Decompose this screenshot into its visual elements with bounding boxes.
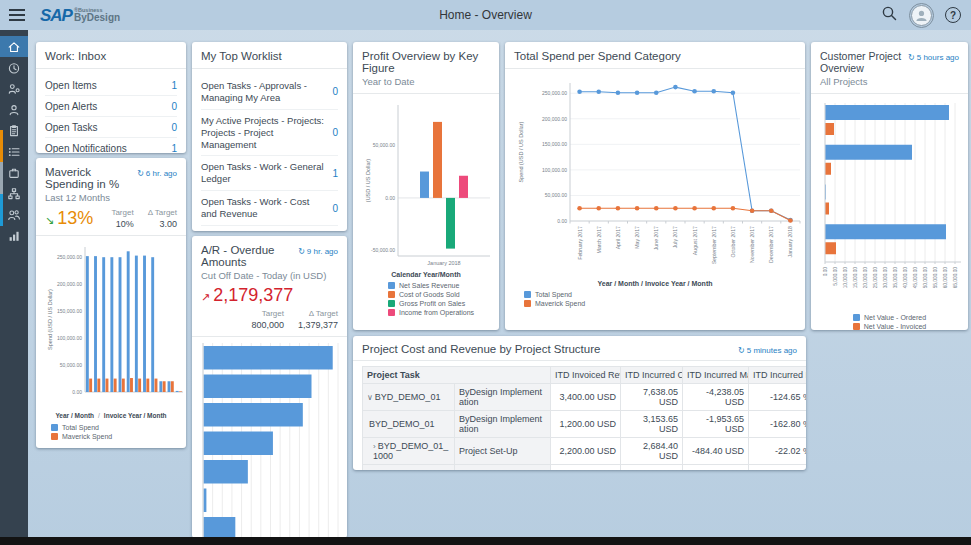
inbox-item[interactable]: Open Notifications1: [45, 138, 177, 153]
sidebar-item-clipboard[interactable]: [0, 120, 28, 141]
worklist-item[interactable]: Open Tasks - Approvals - Managing My Are…: [201, 75, 338, 110]
menu-icon[interactable]: [2, 0, 32, 30]
svg-text:35,000.00: 35,000.00: [893, 267, 898, 289]
col-header-measure[interactable]: ITD Invoiced Revenue: [551, 367, 621, 384]
col-header-measure[interactable]: ITD Incurred Margin %: [749, 367, 806, 384]
item-label: Open Items: [45, 80, 97, 91]
svg-text:15,000.00: 15,000.00: [853, 267, 858, 289]
svg-text:March 2017: March 2017: [596, 226, 602, 254]
x-axis-label: Year / Month/Invoice Year / Month: [45, 412, 177, 420]
svg-text:55,000.00: 55,000.00: [933, 267, 938, 289]
expander-icon[interactable]: ›: [373, 469, 376, 470]
home-icon: [7, 40, 21, 54]
project-table: Project TaskITD Invoiced RevenueITD Incu…: [362, 366, 806, 470]
card-customer-project-overview: Customer Project Overview 5 hours ago Al…: [811, 42, 968, 330]
trend-up-icon: ↗: [201, 291, 210, 304]
sidebar-item-org-chart[interactable]: [0, 183, 28, 204]
expander-icon[interactable]: ›: [373, 442, 376, 451]
refresh-indicator[interactable]: 6 hr. ago: [137, 169, 177, 178]
inbox-item[interactable]: Open Items1: [45, 75, 177, 96]
table-row[interactable]: ∨BYD_DEMO_01ByDesign Implementation3,400…: [363, 384, 807, 411]
worklist-item[interactable]: My Active Projects - Projects: Projects …: [201, 110, 338, 157]
help-icon[interactable]: ?: [945, 7, 961, 23]
sidebar-item-briefcase[interactable]: [0, 162, 28, 183]
svg-text:May 2017: May 2017: [634, 226, 640, 249]
svg-text:0.00: 0.00: [385, 195, 395, 201]
col-header-measure[interactable]: ITD Incurred Margin: [683, 367, 749, 384]
item-count: 0: [171, 101, 177, 112]
card-title[interactable]: My Top Worklist: [201, 50, 282, 62]
sidebar-item-analytics[interactable]: [0, 225, 28, 246]
svg-text:25,000.00: 25,000.00: [873, 267, 878, 289]
page-title: Home - Overview: [439, 8, 532, 22]
svg-text:December 2017: December 2017: [768, 226, 774, 263]
cell-incurred-margin: -1,953.65 USD: [683, 411, 749, 438]
svg-text:60,000.00: 60,000.00: [943, 267, 948, 289]
cell-description: Project Set-Up: [455, 438, 551, 465]
cell-incurred-margin-pct: -22.02 %: [749, 438, 806, 465]
delta-target-label: Δ Target: [148, 208, 177, 217]
item-label: Open Notifications: [45, 143, 127, 154]
sidebar-nav: [0, 30, 28, 537]
sidebar-item-worklist[interactable]: [0, 141, 28, 162]
inbox-item[interactable]: Open Tasks0: [45, 117, 177, 138]
card-title[interactable]: Maverick Spending in %: [45, 166, 137, 190]
card-title[interactable]: Project Cost and Revenue by Project Stru…: [362, 343, 600, 355]
history-icon: [7, 61, 21, 75]
table-row[interactable]: ›BYD_DEMO_01_3000Realization1,800.00 USD…: [363, 465, 807, 471]
chart-legend: Net Value - OrderedNet Value - Invoiced: [820, 314, 959, 330]
svg-text:20,000.00: 20,000.00: [863, 267, 868, 289]
cell-project-task: ›BYD_DEMO_01_1000: [363, 438, 455, 465]
card-title[interactable]: Profit Overview by Key Figure: [362, 50, 490, 74]
svg-text:0.00: 0.00: [72, 389, 82, 395]
nav-section-indicator-gray: [0, 162, 3, 194]
card-title[interactable]: Customer Project Overview: [820, 50, 908, 74]
svg-text:-50,000.00: -50,000.00: [371, 247, 395, 253]
table-row[interactable]: BYD_DEMO_01ByDesign Implementation1,200.…: [363, 411, 807, 438]
refresh-indicator[interactable]: 5 hours ago: [908, 53, 959, 62]
svg-text:50,000.00: 50,000.00: [923, 267, 928, 289]
card-subtitle: Last 12 Months: [45, 192, 177, 203]
card-work-inbox: Work: Inbox Open Items1Open Alerts0Open …: [36, 42, 186, 153]
user-avatar[interactable]: [911, 5, 932, 26]
sidebar-item-user-settings[interactable]: [0, 78, 28, 99]
card-title[interactable]: Total Spend per Spend Category: [514, 50, 681, 62]
cell-incurred-margin-pct: -124.65 %: [749, 384, 806, 411]
cell-incurred-margin: -1,800.00 USD: [683, 465, 749, 471]
sidebar-item-people[interactable]: [0, 204, 28, 225]
item-count: 0: [332, 203, 338, 214]
cell-project-task: ∨BYD_DEMO_01: [363, 384, 455, 411]
kpi-value[interactable]: ↗ 2,179,377: [201, 285, 338, 306]
svg-text:January 2018: January 2018: [427, 260, 460, 266]
sidebar-item-contacts[interactable]: [0, 99, 28, 120]
inbox-item[interactable]: Open Alerts0: [45, 96, 177, 117]
refresh-indicator[interactable]: 5 minutes ago: [738, 346, 797, 355]
contacts-icon: [7, 103, 21, 117]
col-header-project-task[interactable]: Project Task: [363, 367, 551, 384]
sidebar-item-home[interactable]: [0, 36, 28, 57]
inbox-list: Open Items1Open Alerts0Open Tasks0Open N…: [45, 75, 177, 153]
worklist-item[interactable]: Active (Unlimited Validity) - Job Defini…: [201, 226, 338, 231]
topbar: SAP ®Business ByDesign Home - Overview ?: [0, 0, 971, 30]
sidebar-item-history[interactable]: [0, 57, 28, 78]
svg-text:100,000.00: 100,000.00: [57, 335, 82, 341]
search-icon[interactable]: [881, 5, 898, 26]
legend-item: Total Spend: [524, 291, 796, 298]
expander-icon[interactable]: ∨: [367, 393, 373, 402]
table-row[interactable]: ›BYD_DEMO_01_1000Project Set-Up2,200.00 …: [363, 438, 807, 465]
cell-incurred-cost: 3,153.65 USD: [621, 411, 683, 438]
card-title[interactable]: A/R - Overdue Amounts: [201, 244, 298, 268]
legend-item: Total Spend: [51, 424, 177, 431]
refresh-indicator[interactable]: 9 hr. ago: [298, 247, 338, 256]
table-header: Project TaskITD Invoiced RevenueITD Incu…: [363, 367, 807, 384]
svg-text:150,000.00: 150,000.00: [542, 141, 567, 147]
worklist-item[interactable]: Open Tasks - Work - General Ledger1: [201, 156, 338, 191]
worklist-item[interactable]: Open Tasks - Work - Cost and Revenue0: [201, 191, 338, 226]
item-label: Open Tasks: [45, 122, 98, 133]
card-title[interactable]: Work: Inbox: [45, 50, 106, 62]
refresh-icon: [137, 169, 146, 178]
item-label: My Active Projects - Projects: Projects …: [201, 115, 326, 151]
kpi-value[interactable]: ↘ 13%: [45, 208, 93, 229]
cell-incurred-margin: -484.40 USD: [683, 438, 749, 465]
col-header-measure[interactable]: ITD Incurred Cost: [621, 367, 683, 384]
